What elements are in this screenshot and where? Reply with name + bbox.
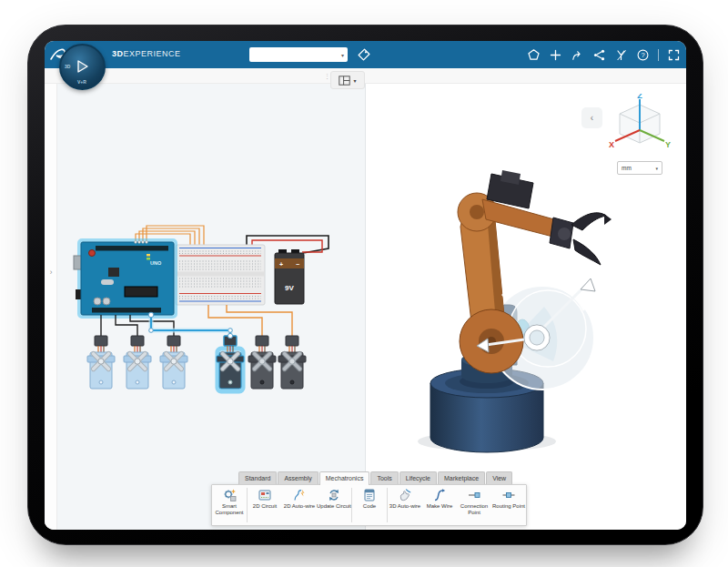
page-background: 3D V+R 3DEXPERIENCE ▾ [0, 0, 728, 567]
tool-label: 3D Auto-wire [389, 503, 420, 510]
tab-view[interactable]: View [486, 471, 512, 484]
update-circuit-button[interactable]: Update Circuit [317, 485, 351, 525]
tab-tools[interactable]: Tools [370, 471, 398, 484]
tool-label: 2D Circuit [253, 503, 277, 510]
circuit-panel[interactable]: › [45, 83, 366, 530]
split-view-icon [339, 76, 350, 86]
collapse-panel-chevron[interactable]: ‹ [581, 107, 602, 128]
connection-point-button[interactable]: Connection Point [457, 485, 491, 525]
tool-label: 2D Auto-wire [284, 503, 315, 510]
2d-autowire-icon [292, 488, 307, 502]
robot-gripper[interactable] [550, 213, 612, 265]
tool-label: Update Circuit [317, 503, 351, 510]
routing-point-button[interactable]: Routing Point [491, 485, 526, 525]
add-icon[interactable] [549, 48, 562, 62]
drag-handle-dots-icon[interactable]: ⋮ [324, 73, 330, 79]
chat-bubble-icon[interactable] [527, 48, 541, 62]
3d-autowire-button[interactable]: 3D Auto-wire [388, 485, 422, 525]
ribbon-toolbar: Smart Component 2D Circuit 2D [211, 484, 527, 526]
app-screen: 3D V+R 3DEXPERIENCE ▾ [45, 41, 686, 530]
svg-text:Y: Y [665, 140, 671, 149]
2d-circuit-button[interactable]: 2D Circuit [248, 485, 282, 525]
tab-lifecycle[interactable]: Lifecycle [399, 471, 437, 484]
action-bar: Standard Assembly Mechatronics Tools Lif… [211, 471, 527, 526]
search-dropdown-caret[interactable]: ▾ [341, 52, 348, 58]
expand-panel-chevron[interactable]: › [46, 265, 56, 279]
tab-standard[interactable]: Standard [238, 471, 277, 484]
2d-circuit-icon [258, 488, 272, 502]
code-button[interactable]: Code [352, 485, 387, 525]
servo-motor[interactable] [124, 336, 151, 389]
fullscreen-icon[interactable] [667, 48, 681, 62]
tablet-frame: 3D V+R 3DEXPERIENCE ▾ [27, 25, 703, 545]
make-wire-icon [432, 488, 447, 502]
3dexperience-compass[interactable]: 3D V+R [59, 44, 106, 90]
update-circuit-icon [327, 488, 341, 502]
code-icon [362, 488, 377, 502]
units-value: mm [622, 165, 632, 171]
2d-autowire-button[interactable]: 2D Auto-wire [282, 485, 317, 525]
tool-label: Smart Component [212, 503, 247, 516]
header-actions: ? [527, 41, 681, 68]
servo-motor-selected[interactable] [217, 333, 244, 391]
svg-text:9V: 9V [285, 284, 294, 292]
svg-text:X: X [609, 140, 614, 149]
breadboard[interactable] [176, 245, 265, 305]
connection-point-icon [467, 488, 481, 502]
arduino-board[interactable]: UNO [74, 240, 176, 317]
tool-label: Make Wire [427, 503, 453, 510]
help-icon[interactable]: ? [636, 48, 650, 62]
search-input[interactable] [249, 52, 341, 58]
view-cube[interactable]: Z X Y [607, 94, 672, 167]
smart-component-icon [222, 488, 237, 502]
tab-assembly[interactable]: Assembly [278, 471, 318, 484]
units-caret: ▾ [655, 166, 658, 171]
top-bar: 3D V+R 3DEXPERIENCE ▾ [45, 41, 686, 68]
units-dropdown[interactable]: mm ▾ [617, 161, 662, 175]
view-strip [45, 68, 686, 84]
servo-motor[interactable] [87, 336, 115, 389]
circuit-canvas[interactable]: + − 9V [45, 83, 365, 530]
share-arrow-icon[interactable] [571, 48, 584, 62]
svg-text:+: + [279, 261, 283, 268]
tool-label: Code [363, 503, 376, 510]
tool-label: Routing Point [492, 503, 525, 510]
3d-view-panel[interactable]: ‹ Z X Y mm ▾ [366, 83, 686, 530]
3d-autowire-icon [398, 488, 412, 502]
svg-text:−: − [296, 261, 299, 268]
layout-split-button[interactable]: ▾ [330, 71, 365, 89]
workspace: › [45, 83, 686, 530]
header-divider [658, 49, 659, 61]
tab-mechatronics[interactable]: Mechatronics [319, 471, 370, 485]
make-wire-button[interactable]: Make Wire [422, 485, 457, 525]
routing-point-icon [501, 488, 516, 502]
brand-title: 3DEXPERIENCE [112, 49, 181, 58]
compass-play-icon [73, 57, 91, 76]
tool-label: Connection Point [457, 503, 491, 516]
compass-quadrant-label: 3D [65, 64, 70, 69]
share-network-icon[interactable] [592, 48, 606, 62]
svg-text:UNO: UNO [150, 260, 162, 266]
ribbon-tabs: Standard Assembly Mechatronics Tools Lif… [238, 471, 527, 484]
compass-quadrant-label: V+R [77, 79, 86, 85]
smart-component-button[interactable]: Smart Component [212, 485, 247, 525]
svg-text:?: ? [641, 51, 644, 59]
tag-icon[interactable] [357, 47, 371, 62]
y-slash-icon[interactable] [614, 48, 628, 62]
servo-motor[interactable] [160, 336, 187, 389]
servo-motor[interactable] [248, 336, 276, 389]
layout-caret: ▾ [353, 77, 356, 84]
svg-text:Z: Z [637, 94, 642, 100]
search-box[interactable]: ▾ [249, 47, 348, 62]
servo-motor[interactable] [278, 336, 306, 389]
tab-marketplace[interactable]: Marketplace [438, 471, 485, 484]
battery-9v[interactable]: + − 9V [275, 249, 304, 304]
